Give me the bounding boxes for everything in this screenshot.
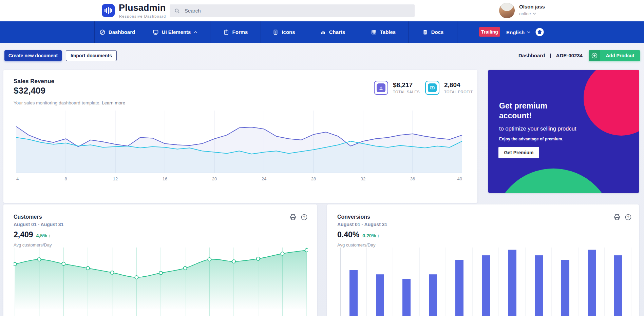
breadcrumb-code: ADE-00234 — [556, 53, 583, 58]
sales-description-text: Your sales monitoring dashboard template… — [14, 100, 100, 105]
green-circle-decoration — [493, 169, 613, 193]
svg-text:40: 40 — [457, 176, 462, 181]
language-label: English — [506, 29, 525, 35]
svg-text:?: ? — [303, 215, 305, 219]
premium-card: Get premium account! to optimize your se… — [488, 70, 639, 193]
docs-icon — [422, 29, 428, 35]
search-bar[interactable] — [170, 4, 415, 17]
premium-title: Get premium account! — [499, 101, 577, 121]
help-icon[interactable]: ? — [301, 214, 308, 221]
total-sales-value: $8,217 — [393, 82, 420, 89]
conversions-delta: 0.20% ↑ — [362, 233, 380, 238]
ui-elements-icon — [153, 29, 159, 35]
nav-label: Icons — [282, 29, 295, 35]
svg-text:24: 24 — [262, 176, 266, 181]
add-product-label: Add Prodcut — [600, 53, 640, 58]
total-sales-icon-box — [374, 81, 388, 95]
total-profit-value: 2,804 — [444, 82, 473, 89]
svg-text:4: 4 — [16, 176, 19, 181]
nav-label: UI Elements — [162, 29, 191, 35]
main-navbar: Dashboard UI Elements Forms Icons — [0, 21, 644, 43]
premium-note: Enjoy the advantage of premium. — [499, 137, 563, 141]
user-status-label: online — [519, 11, 531, 16]
total-profit-stat: 2,804 TOTAL PROFIT — [425, 81, 473, 95]
conversions-chart — [340, 248, 635, 316]
svg-text:16: 16 — [163, 176, 167, 181]
nav-label: Forms — [232, 29, 248, 35]
nav-items: Dashboard UI Elements Forms Icons — [94, 21, 457, 43]
plus-circle-icon — [589, 50, 600, 61]
nav-label: Charts — [329, 29, 345, 35]
conversions-title: Conversions — [337, 214, 370, 220]
sales-revenue-card: Sales Revenue $32,409 Your sales monitor… — [3, 70, 477, 203]
print-icon[interactable] — [289, 214, 297, 221]
nav-item-icons[interactable]: Icons — [261, 21, 307, 43]
breadcrumb-section[interactable]: Dashboard — [518, 53, 545, 58]
total-profit-label: TOTAL PROFIT — [444, 90, 473, 94]
create-new-document-button[interactable]: Create new document — [4, 50, 62, 61]
customers-card: Customers August 01 - August 31 2,409 4,… — [3, 204, 317, 316]
svg-text:32: 32 — [361, 176, 365, 181]
user-status-dropdown[interactable]: online — [519, 11, 536, 16]
svg-text:?: ? — [627, 215, 629, 219]
breadcrumb-separator: | — [550, 53, 551, 58]
home-icon[interactable] — [535, 28, 544, 36]
get-premium-button[interactable]: Get Premium — [498, 147, 539, 158]
forms-icon — [223, 29, 229, 35]
svg-text:28: 28 — [311, 176, 316, 181]
conversions-caption: Avg customers/Day — [337, 242, 375, 248]
total-profit-icon-box — [425, 81, 439, 95]
svg-text:8: 8 — [64, 176, 67, 181]
print-icon[interactable] — [613, 214, 621, 221]
customers-delta: 4,5% ↑ — [36, 233, 51, 238]
customers-card-actions: ? — [289, 214, 308, 221]
charts-icon — [320, 29, 326, 35]
nav-item-ui-elements[interactable]: UI Elements — [140, 21, 210, 43]
import-documents-button[interactable]: Import documents — [66, 50, 117, 61]
app-logo-subtitle: Responsive Dashboard — [119, 14, 166, 18]
chevron-down-icon — [527, 31, 530, 34]
breadcrumb: Dashboard | ADE-00234 — [518, 53, 583, 58]
nav-item-dashboard[interactable]: Dashboard — [94, 21, 140, 43]
app-logo-icon[interactable] — [102, 4, 115, 17]
customers-value: 2,409 — [14, 230, 33, 239]
nav-label: Dashboard — [109, 29, 135, 35]
customers-title: Customers — [14, 214, 42, 220]
customers-period: August 01 - August 31 — [14, 222, 63, 227]
sales-title: Sales Revenue — [14, 78, 54, 85]
search-icon — [174, 8, 180, 14]
total-sales-stat: $8,217 TOTAL SALES — [374, 81, 420, 95]
conversions-card-actions: ? — [613, 214, 632, 221]
nav-label: Docs — [431, 29, 444, 35]
trailing-badge[interactable]: Trailing — [479, 27, 500, 37]
conversions-card: Conversions August 01 - August 31 0.40% … — [327, 204, 639, 316]
nav-label: Tables — [380, 29, 396, 35]
user-name: Olson jass — [519, 4, 545, 9]
nav-item-tables[interactable]: Tables — [358, 21, 409, 43]
user-avatar[interactable] — [499, 3, 515, 18]
icons-icon — [272, 29, 279, 35]
app-header: Plusadmin Responsive Dashboard Olson jas… — [0, 0, 644, 21]
tables-icon — [371, 29, 377, 35]
premium-subtitle: to optimize your selling prodcut — [499, 125, 576, 132]
chevron-up-icon — [194, 31, 197, 34]
language-selector[interactable]: English — [506, 24, 530, 40]
conversions-value: 0.40% — [337, 230, 359, 239]
download-icon — [377, 83, 385, 92]
search-input[interactable] — [184, 7, 389, 14]
app-logo-title: Plusadmin — [119, 3, 166, 13]
learn-more-link[interactable]: Learn more — [102, 100, 125, 105]
sales-description: Your sales monitoring dashboard template… — [14, 100, 125, 105]
svg-text:36: 36 — [410, 176, 415, 181]
nav-item-charts[interactable]: Charts — [307, 21, 358, 43]
nav-item-forms[interactable]: Forms — [210, 21, 261, 43]
svg-text:12: 12 — [113, 176, 118, 181]
add-product-button[interactable]: Add Prodcut — [589, 50, 640, 61]
conversions-period: August 01 - August 31 — [337, 222, 387, 227]
total-sales-label: TOTAL SALES — [393, 90, 420, 94]
help-icon[interactable]: ? — [625, 214, 632, 221]
nav-item-docs[interactable]: Docs — [409, 21, 457, 43]
svg-text:20: 20 — [212, 176, 217, 181]
money-icon — [428, 83, 437, 92]
sales-value: $32,409 — [14, 85, 45, 96]
